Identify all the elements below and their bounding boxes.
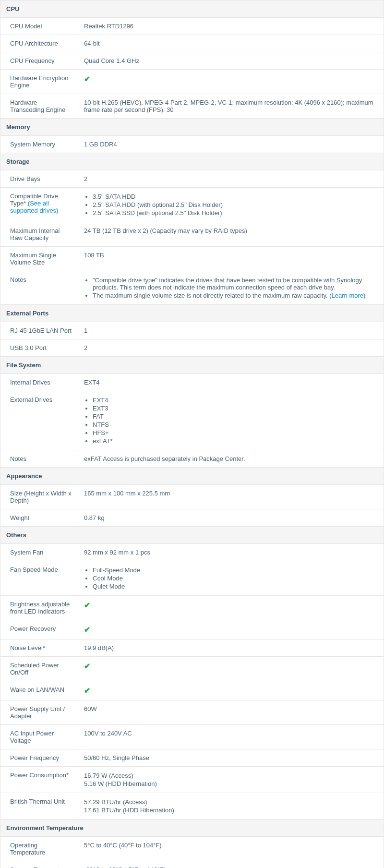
check-icon: ✔	[84, 662, 90, 670]
psu-label: Power Supply Unit / Adapter	[0, 700, 77, 725]
list-item: 2.5" SATA SSD (with optional 2.5" Disk H…	[93, 209, 377, 217]
sysmem-value: 1 GB DDR4	[77, 136, 384, 153]
cpu-model-label: CPU Model	[0, 18, 77, 35]
list-item: Quiet Mode	[93, 582, 377, 591]
list-item: Full-Speed Mode	[93, 566, 377, 574]
maxvol-value: 108 TB	[77, 247, 384, 271]
sched-label: Scheduled Power On/Off	[0, 657, 77, 681]
lan-value: 1	[77, 322, 384, 339]
list-item: Cool Mode	[93, 574, 377, 582]
check-icon: ✔	[84, 687, 90, 695]
cpu-freq-value: Quad Core 1.4 GHz	[77, 52, 384, 70]
noise-label: Noise Level*	[0, 639, 77, 657]
maxvol-label: Maximum Single Volume Size	[0, 247, 77, 271]
weight-value: 0.87 kg	[77, 509, 384, 527]
cpu-arch-value: 64-bit	[77, 35, 384, 52]
pfreq-label: Power Frequency	[0, 749, 77, 767]
extdrives-value: EXT4EXT3FATNTFSHFS+exFAT*	[77, 391, 384, 450]
btu-line: 57.29 BTU/hr (Access)	[84, 798, 377, 806]
list-item: NTFS	[93, 421, 377, 429]
list-item: The maximum single volume size is not di…	[93, 291, 377, 300]
weight-label: Weight	[0, 509, 77, 527]
recovery-value: ✔	[77, 620, 384, 639]
extports-header: External Ports	[0, 305, 384, 322]
check-icon: ✔	[84, 626, 90, 634]
compat-drive-label: Compatible Drive Type* (See all supporte…	[0, 188, 77, 222]
drivebays-value: 2	[77, 170, 384, 188]
list-item: EXT4	[93, 396, 377, 404]
hw-trans-value: 10-bit H.265 (HEVC), MPEG-4 Part 2, MPEG…	[77, 94, 384, 119]
recovery-label: Power Recovery	[0, 620, 77, 639]
list-item: "Compatible drive type" indicates the dr…	[93, 276, 377, 291]
btu-line: 17.61 BTU/hr (HDD Hibernation)	[84, 806, 377, 814]
fs-notes-label: Notes	[0, 450, 77, 468]
sched-value: ✔	[77, 657, 384, 681]
storage-header: Storage	[0, 153, 384, 170]
fanmode-label: Fan Speed Mode	[0, 561, 77, 596]
sttemp-value: -20°C to 60°C (-5°F to 140°F)	[77, 861, 384, 868]
intdrives-value: EXT4	[77, 374, 384, 391]
cpu-freq-label: CPU Frequency	[0, 52, 77, 70]
fanmode-value: Full-Speed ModeCool ModeQuiet Mode	[77, 561, 384, 596]
drivebays-label: Drive Bays	[0, 170, 77, 188]
optemp-label: Operating Temperature	[0, 837, 77, 861]
sttemp-label: Storage Temperature	[0, 861, 77, 868]
hw-enc-label: Hardware Encryption Engine	[0, 70, 77, 94]
acin-value: 100V to 240V AC	[77, 725, 384, 749]
check-icon: ✔	[84, 601, 90, 609]
pcons-value: 16.79 W (Access)5.16 W (HDD Hibernation)	[77, 767, 384, 793]
storage-notes-value: "Compatible drive type" indicates the dr…	[77, 271, 384, 305]
btu-label: British Thermal Unit	[0, 793, 77, 820]
extdrives-label: External Drives	[0, 391, 77, 450]
compat-drive-value: 3.5" SATA HDD2.5" SATA HDD (with optiona…	[77, 188, 384, 222]
optemp-value: 5°C to 40°C (40°F to 104°F)	[77, 837, 384, 861]
list-item: HFS+	[93, 429, 377, 437]
size-value: 165 mm x 100 mm x 225.5 mm	[77, 485, 384, 509]
pcons-line: 16.79 W (Access)	[84, 772, 377, 780]
led-value: ✔	[77, 596, 384, 620]
sysmem-label: System Memory	[0, 136, 77, 153]
list-item: 3.5" SATA HDD	[93, 193, 377, 201]
storage-notes-label: Notes	[0, 271, 77, 305]
led-label: Brightness adjustable front LED indicato…	[0, 596, 77, 620]
sysfan-value: 92 mm x 92 mm x 1 pcs	[77, 544, 384, 561]
lan-label: RJ-45 1GbE LAN Port	[0, 322, 77, 339]
maxraw-label: Maximum Internal Raw Capacity	[0, 222, 77, 247]
appearance-header: Appearance	[0, 468, 384, 485]
acin-label: AC Input Power Voltage	[0, 725, 77, 749]
cpu-header: CPU	[0, 0, 384, 18]
list-item: FAT	[93, 412, 377, 421]
spec-table: CPU CPU ModelRealtek RTD1296 CPU Archite…	[0, 0, 384, 868]
fs-header: File System	[0, 357, 384, 374]
hw-enc-value: ✔	[77, 70, 384, 94]
size-label: Size (Height x Width x Depth)	[0, 485, 77, 509]
maxraw-value: 24 TB (12 TB drive x 2) (Capacity may va…	[77, 222, 384, 247]
fs-notes-value: exFAT Access is purchased separately in …	[77, 450, 384, 468]
list-item: EXT3	[93, 404, 377, 412]
others-header: Others	[0, 527, 384, 544]
note-text: The maximum single volume size is not di…	[93, 292, 329, 299]
noise-value: 19.9 dB(A)	[77, 639, 384, 657]
pcons-label: Power Consumption*	[0, 767, 77, 793]
usb-label: USB 3.0 Port	[0, 339, 77, 357]
cpu-arch-label: CPU Architecture	[0, 35, 77, 52]
hw-trans-label: Hardware Transcoding Engine	[0, 94, 77, 119]
wol-label: Wake on LAN/WAN	[0, 681, 77, 700]
psu-value: 60W	[77, 700, 384, 725]
learn-more-link[interactable]: (Learn more)	[329, 292, 365, 299]
cpu-model-value: Realtek RTD1296	[77, 18, 384, 35]
memory-header: Memory	[0, 119, 384, 136]
pfreq-value: 50/60 Hz, Single Phase	[77, 749, 384, 767]
list-item: 2.5" SATA HDD (with optional 2.5" Disk H…	[93, 201, 377, 209]
env-header: Environment Temperature	[0, 820, 384, 837]
btu-value: 57.29 BTU/hr (Access)17.61 BTU/hr (HDD H…	[77, 793, 384, 820]
sysfan-label: System Fan	[0, 544, 77, 561]
intdrives-label: Internal Drives	[0, 374, 77, 391]
wol-value: ✔	[77, 681, 384, 700]
pcons-line: 5.16 W (HDD Hibernation)	[84, 780, 377, 788]
usb-value: 2	[77, 339, 384, 357]
check-icon: ✔	[84, 75, 90, 83]
list-item: exFAT*	[93, 437, 377, 445]
